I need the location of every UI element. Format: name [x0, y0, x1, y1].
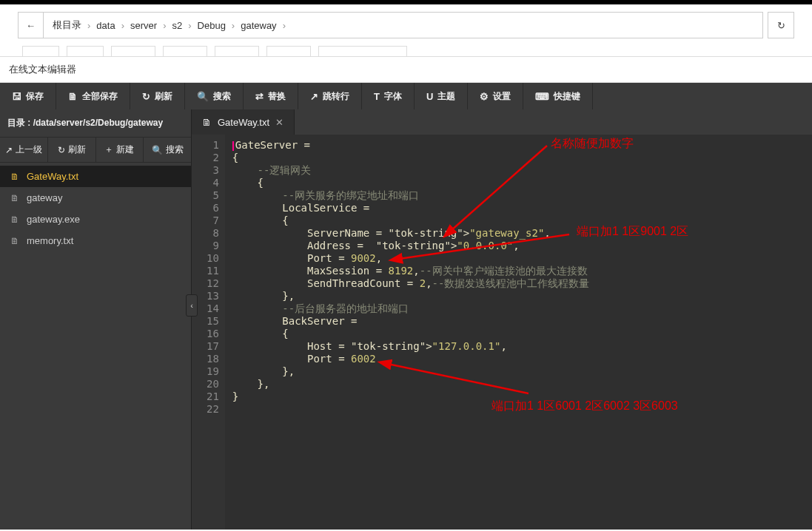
chevron-right-icon: › — [188, 20, 191, 31]
partial-buttons-row — [0, 46, 812, 56]
file-name: gateway.exe — [27, 214, 80, 225]
code-area: 🗎 GateWay.txt ✕ 123456789101112131415161… — [192, 109, 812, 530]
file-item[interactable]: 🗎gateway.exe — [0, 209, 191, 230]
settings-button[interactable]: ⚙设置 — [468, 83, 523, 109]
file-icon: 🗎 — [10, 172, 19, 182]
keyboard-icon: ⌨ — [535, 91, 549, 102]
breadcrumb-item[interactable]: server — [127, 20, 160, 31]
annotation-text-2: 端口加1 1区9001 2区 — [577, 225, 688, 237]
goto-button[interactable]: ↗跳转行 — [298, 83, 362, 109]
search-icon: 🔍 — [152, 145, 163, 155]
breadcrumb-item[interactable]: gateway — [238, 20, 279, 31]
file-icon: 🗎 — [10, 236, 19, 246]
chevron-left-icon: ‹ — [190, 301, 193, 310]
editor-toolbar: 🖫保存 🗎全部保存 ↻刷新 🔍搜索 ⇄替换 ↗跳转行 T字体 U主题 ⚙设置 ⌨… — [0, 83, 812, 109]
close-icon[interactable]: ✕ — [275, 117, 283, 128]
sidebar-collapse-handle[interactable]: ‹ — [186, 294, 198, 317]
chevron-right-icon: › — [87, 20, 90, 31]
breadcrumb-row: ← 根目录› data› server› s2› Debug› gateway›… — [0, 4, 812, 46]
breadcrumb-item[interactable]: data — [93, 20, 118, 31]
refresh-icon: ↻ — [142, 91, 150, 102]
chevron-right-icon: › — [163, 20, 166, 31]
line-gutter: 12345678910111213141516171819202122 — [192, 135, 225, 530]
file-icon: 🗎 — [202, 117, 212, 128]
sidebar-refresh-button[interactable]: ↻刷新 — [48, 138, 96, 162]
code-body[interactable]: 12345678910111213141516171819202122 Gate… — [192, 135, 812, 530]
sidebar-up-button[interactable]: ↗上一级 — [0, 138, 48, 162]
code-text[interactable]: GateServer ={ --逻辑网关 { --网关服务的绑定地址和端口 Lo… — [225, 135, 590, 530]
file-name: memory.txt — [27, 235, 73, 246]
sidebar-path-label: 目录 : /data/server/s2/Debug/gateway — [0, 109, 191, 138]
breadcrumb-refresh-button[interactable]: ↻ — [768, 12, 794, 38]
sidebar-new-button[interactable]: ＋新建 — [96, 138, 144, 162]
file-icon: 🗎 — [10, 214, 19, 225]
breadcrumb-box: ← 根目录› data› server› s2› Debug› gateway› — [18, 12, 763, 38]
file-sidebar: 目录 : /data/server/s2/Debug/gateway ↗上一级 … — [0, 109, 192, 530]
plus-icon: ＋ — [104, 143, 113, 156]
theme-icon: U — [426, 91, 433, 102]
breadcrumb-item[interactable]: s2 — [169, 20, 185, 31]
file-item[interactable]: 🗎GateWay.txt — [0, 166, 191, 187]
font-button[interactable]: T字体 — [362, 83, 415, 109]
save-button[interactable]: 🖫保存 — [0, 83, 56, 109]
editor-lower-area: 目录 : /data/server/s2/Debug/gateway ↗上一级 … — [0, 109, 812, 530]
tab-label: GateWay.txt — [218, 117, 269, 128]
save-all-button[interactable]: 🗎全部保存 — [56, 83, 130, 109]
file-name: GateWay.txt — [27, 171, 78, 182]
save-icon: 🖫 — [12, 91, 21, 102]
chevron-right-icon: › — [232, 20, 235, 31]
breadcrumb-item[interactable]: 根目录 — [50, 18, 84, 32]
save-all-icon: 🗎 — [68, 91, 78, 102]
replace-icon: ⇄ — [255, 91, 264, 102]
chevron-right-icon: › — [283, 20, 286, 31]
replace-button[interactable]: ⇄替换 — [244, 83, 298, 109]
editor-window-title: 在线文本编辑器 — [0, 56, 812, 83]
gear-icon: ⚙ — [480, 91, 489, 102]
font-icon: T — [374, 91, 380, 102]
chevron-right-icon: › — [121, 20, 124, 31]
refresh-button[interactable]: ↻刷新 — [130, 83, 185, 109]
breadcrumb-item[interactable]: Debug — [195, 20, 229, 31]
search-icon: 🔍 — [197, 91, 209, 102]
file-icon: 🗎 — [10, 193, 19, 203]
sidebar-actions: ↗上一级 ↻刷新 ＋新建 🔍搜索 — [0, 138, 191, 163]
editor-tab[interactable]: 🗎 GateWay.txt ✕ — [192, 109, 295, 135]
file-list: 🗎GateWay.txt 🗎gateway 🗎gateway.exe 🗎memo… — [0, 163, 191, 254]
editor-title-text: 在线文本编辑器 — [9, 64, 76, 75]
sidebar-search-button[interactable]: 🔍搜索 — [144, 138, 191, 162]
shortcuts-button[interactable]: ⌨快捷键 — [523, 83, 593, 109]
theme-button[interactable]: U主题 — [415, 83, 468, 109]
arrow-left-icon: ← — [26, 20, 36, 31]
file-item[interactable]: 🗎gateway — [0, 187, 191, 209]
editor-tabbar: 🗎 GateWay.txt ✕ — [192, 109, 812, 135]
breadcrumb-back-button[interactable]: ← — [19, 13, 44, 38]
file-name: gateway — [27, 192, 62, 203]
search-button[interactable]: 🔍搜索 — [185, 83, 244, 109]
file-item[interactable]: 🗎memory.txt — [0, 230, 191, 251]
refresh-icon: ↻ — [777, 20, 785, 31]
refresh-icon: ↻ — [58, 145, 65, 155]
goto-icon: ↗ — [310, 91, 318, 102]
up-icon: ↗ — [5, 145, 13, 155]
breadcrumb-items: 根目录› data› server› s2› Debug› gateway› — [44, 13, 292, 38]
